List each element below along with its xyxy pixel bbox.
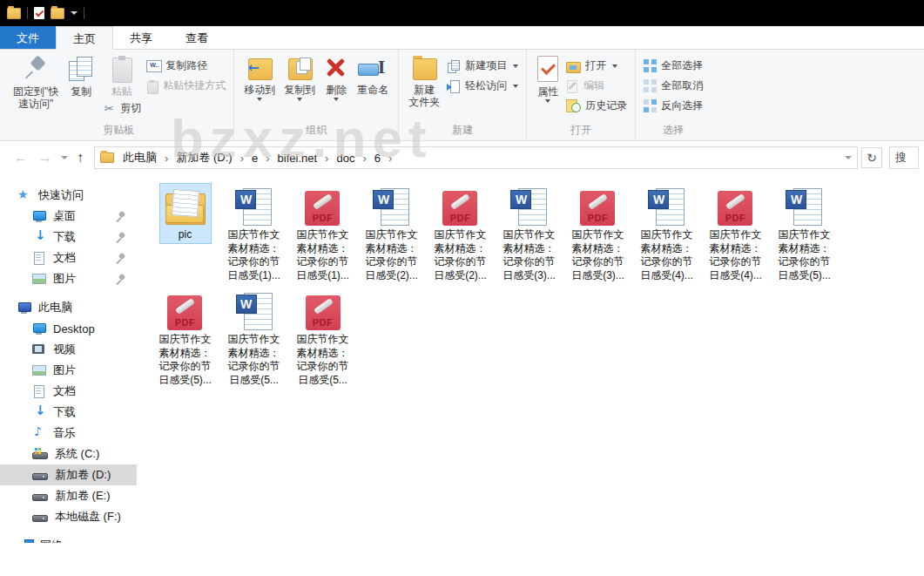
copy-path-button[interactable]: 复制路径 — [145, 58, 227, 74]
sidebar-item[interactable]: 系统 (C:) — [0, 444, 137, 464]
new-item-button[interactable]: 新建项目 — [445, 58, 520, 74]
history-button[interactable]: 历史记录 — [564, 98, 629, 114]
delete-button[interactable]: 删除 — [320, 52, 352, 102]
easy-access-button[interactable]: 轻松访问 — [445, 78, 520, 94]
invert-selection-button[interactable]: 反向选择 — [642, 98, 705, 114]
open-button[interactable]: 打开 — [564, 58, 629, 74]
tab-view[interactable]: 查看 — [169, 26, 225, 49]
breadcrumb-separator-icon[interactable]: › — [236, 152, 248, 165]
paste-button[interactable]: 粘贴 — [106, 52, 138, 98]
select-all-button[interactable]: 全部选择 — [642, 58, 705, 74]
breadcrumb-item[interactable]: 新加卷 (D:) — [172, 150, 235, 166]
tab-file[interactable]: 文件 — [0, 26, 56, 49]
breadcrumb-separator-icon[interactable]: › — [261, 152, 273, 165]
ribbon-group-organize: 移动到 复制到 删除 重命名 组织 — [234, 50, 399, 140]
pin-icon — [115, 232, 126, 242]
folder-item[interactable]: pic — [151, 183, 219, 244]
back-button[interactable]: ← — [9, 151, 33, 165]
paste-shortcut-button[interactable]: 粘贴快捷方式 — [145, 78, 227, 94]
dropdown-caret-icon — [257, 98, 262, 101]
sidebar-item[interactable]: 新加卷 (D:) — [0, 464, 137, 485]
file-item[interactable]: 国庆节作文 素材精选： 记录你的节 日感受(5)... — [770, 183, 839, 284]
file-item[interactable]: 国庆节作文 素材精选： 记录你的节 日感受(5... — [219, 288, 288, 389]
sidebar-item[interactable]: 图片 — [0, 360, 137, 381]
sidebar-item[interactable]: 文档 — [0, 247, 137, 268]
breadcrumb-separator-icon[interactable]: › — [320, 152, 333, 165]
sidebar-section-star[interactable]: 快速访问 — [0, 185, 137, 206]
doc-icon — [32, 385, 46, 398]
drive-icon — [32, 512, 48, 522]
forward-button[interactable]: → — [33, 151, 57, 165]
breadcrumb-item[interactable]: 6 — [371, 152, 384, 165]
sidebar-item[interactable]: 音乐 — [0, 423, 137, 444]
tab-home[interactable]: 主页 — [56, 26, 113, 50]
button-label: 打开 — [585, 58, 606, 73]
file-item[interactable]: PDF国庆节作文 素材精选： 记录你的节 日感受(5... — [288, 288, 357, 389]
file-name: 国庆节作文 素材精选： 记录你的节 日感受(2)... — [365, 228, 418, 282]
breadcrumb-separator-icon[interactable]: › — [160, 152, 172, 165]
file-item[interactable]: PDF国庆节作文 素材精选： 记录你的节 日感受(2)... — [426, 183, 495, 284]
film-icon — [32, 343, 46, 356]
sidebar-item[interactable]: Desktop — [0, 318, 137, 339]
dropdown-caret-icon — [513, 85, 518, 88]
rename-button[interactable]: 重命名 — [354, 52, 392, 97]
breadcrumb-item[interactable]: e — [248, 152, 261, 165]
file-item[interactable]: PDF国庆节作文 素材精选： 记录你的节 日感受(1)... — [288, 183, 357, 284]
edit-button[interactable]: 编辑 — [564, 78, 629, 94]
pdf-icon: PDF — [442, 191, 477, 226]
dropdown-caret-icon[interactable] — [71, 11, 78, 15]
file-name: 国庆节作文 素材精选： 记录你的节 日感受(4)... — [709, 228, 762, 282]
address-dropdown-caret-icon[interactable] — [845, 156, 852, 159]
address-box[interactable]: 此电脑›新加卷 (D:)›e›bifei.net›doc›6› — [94, 146, 858, 169]
file-item[interactable]: 国庆节作文 素材精选： 记录你的节 日感受(2)... — [357, 183, 426, 284]
sidebar-section-computer[interactable]: 此电脑 — [0, 297, 137, 318]
group-label-open: 打开 — [533, 122, 629, 140]
breadcrumb-item[interactable]: doc — [333, 152, 358, 165]
button-label: 全部取消 — [661, 78, 703, 93]
file-item[interactable]: 国庆节作文 素材精选： 记录你的节 日感受(1)... — [219, 183, 288, 284]
sidebar-item[interactable]: 下载 — [0, 402, 137, 423]
paste-shortcut-icon — [146, 80, 158, 92]
file-item[interactable]: 国庆节作文 素材精选： 记录你的节 日感受(4)... — [632, 183, 701, 284]
breadcrumb-separator-icon[interactable]: › — [358, 152, 370, 165]
tab-share[interactable]: 共享 — [113, 26, 169, 49]
copy-to-button[interactable]: 复制到 — [280, 52, 319, 102]
cut-button[interactable]: ✂ 剪切 — [100, 100, 143, 117]
move-to-button[interactable]: 移动到 — [240, 52, 279, 102]
network-icon — [17, 539, 33, 543]
breadcrumb-item[interactable]: bifei.net — [274, 152, 321, 165]
up-button[interactable]: ↑ — [71, 151, 89, 165]
folder-icon[interactable] — [51, 8, 64, 19]
sidebar-item[interactable]: 图片 — [0, 268, 137, 289]
copy-button[interactable]: 复制 — [64, 52, 98, 98]
sidebar-item[interactable]: 新加卷 (E:) — [0, 485, 137, 506]
refresh-button[interactable]: ↻ — [861, 147, 882, 168]
search-input[interactable]: 搜 — [889, 146, 919, 169]
drive-icon — [32, 470, 48, 480]
sidebar-item[interactable]: 桌面 — [0, 206, 137, 227]
folder-icon[interactable] — [7, 8, 21, 19]
sidebar-section-network[interactable]: 网络 — [0, 535, 137, 543]
breadcrumb-separator-icon[interactable]: › — [384, 152, 396, 165]
sidebar-item[interactable]: 文档 — [0, 381, 137, 402]
sidebar-item[interactable]: 下载 — [0, 227, 137, 247]
sidebar-item-label: 桌面 — [53, 208, 76, 224]
properties-button[interactable]: 属性 — [533, 52, 563, 104]
breadcrumb-item[interactable]: 此电脑 — [119, 150, 160, 166]
sidebar-item[interactable]: 本地磁盘 (F:) — [0, 506, 137, 527]
sidebar-item[interactable]: 视频 — [0, 339, 137, 360]
file-item[interactable]: PDF国庆节作文 素材精选： 记录你的节 日感受(3)... — [563, 183, 632, 284]
new-folder-button[interactable]: 新建 文件夹 — [405, 52, 443, 109]
recent-locations-caret-icon[interactable] — [61, 156, 68, 159]
button-label: 粘贴快捷方式 — [163, 78, 226, 93]
pin-to-quick-access-button[interactable]: 固定到"快 速访问" — [10, 52, 62, 111]
pdf-icon: PDF — [718, 191, 752, 226]
select-none-button[interactable]: 全部取消 — [642, 78, 705, 94]
file-item[interactable]: 国庆节作文 素材精选： 记录你的节 日感受(3)... — [495, 183, 563, 284]
search-text: 搜 — [895, 150, 907, 166]
open-folder-icon — [566, 60, 581, 72]
file-item[interactable]: PDF国庆节作文 素材精选： 记录你的节 日感受(5)... — [151, 288, 219, 389]
pdf-icon: PDF — [305, 191, 340, 226]
file-item[interactable]: PDF国庆节作文 素材精选： 记录你的节 日感受(4)... — [701, 183, 770, 284]
properties-check-icon[interactable] — [34, 7, 44, 19]
